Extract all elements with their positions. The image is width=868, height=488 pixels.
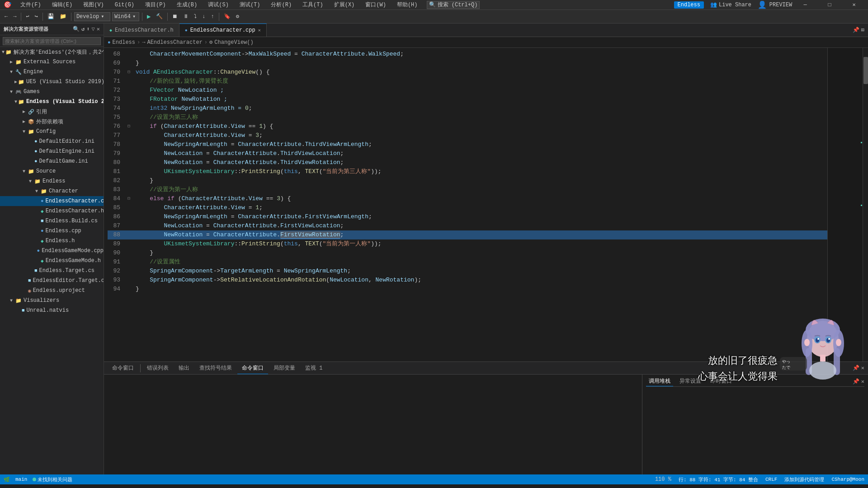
scrollbar-track[interactable]: [863, 48, 868, 361]
tab-watch[interactable]: 监视 1: [301, 362, 327, 374]
fold-button[interactable]: ⊟: [126, 194, 132, 203]
tree-item-uproject[interactable]: ◉ Endless.uproject: [0, 286, 104, 296]
tree-item-build-cs[interactable]: ■ Endless.Build.cs: [0, 216, 104, 226]
preview-button[interactable]: PREVIEW: [770, 0, 791, 10]
tree-item-visualizers[interactable]: ▼ 📁 Visualizers: [0, 296, 104, 305]
menu-extensions[interactable]: 扩展(X): [332, 0, 357, 9]
tree-item-endless-h[interactable]: ◆ Endless.h: [0, 236, 104, 246]
menu-test[interactable]: 测试(T): [238, 0, 262, 9]
tree-item-endless-project[interactable]: ▼ 📁 Endless (Visual Studio 2019): [0, 97, 104, 107]
close-button[interactable]: ✕: [844, 0, 864, 10]
tree-item-ext-deps[interactable]: ▶ 📦 外部依赖项: [0, 117, 104, 127]
br-tab-immediate[interactable]: 即时窗口: [708, 376, 735, 386]
menu-git[interactable]: Git(G): [113, 1, 136, 9]
step-out-button[interactable]: ↑: [209, 12, 216, 22]
tree-item-ue5[interactable]: ▶ 📁 UE5 (Visual Studio 2019): [0, 77, 104, 87]
maximize-button[interactable]: □: [819, 0, 840, 10]
menu-view[interactable]: 视图(V): [81, 0, 106, 9]
stop-button[interactable]: ⏹: [170, 12, 179, 22]
tree-item-endless-cpp[interactable]: ● Endless.cpp: [0, 226, 104, 236]
profile-icon[interactable]: 👤: [758, 0, 767, 9]
search-bar[interactable]: 🔍 搜索 (Ctrl+Q): [427, 1, 480, 9]
menu-edit[interactable]: 编辑(E): [50, 0, 75, 9]
menu-help[interactable]: 帮助(H): [395, 0, 420, 9]
tab-endless-char-cpp[interactable]: ● EndlessCharacter.cpp ✕: [179, 23, 267, 37]
search-icon-sidebar[interactable]: 🔍: [73, 26, 80, 33]
bookmark-button[interactable]: 🔖: [222, 12, 232, 22]
sync-icon[interactable]: ↺: [81, 26, 85, 33]
tree-item-source[interactable]: ▼ 📁 Source: [0, 166, 104, 176]
breadcrumb-part-3[interactable]: ChangeView(): [214, 39, 253, 46]
undo-button[interactable]: ↩: [24, 12, 31, 22]
pause-button[interactable]: ⏸: [181, 12, 190, 22]
sidebar-search-input[interactable]: [3, 37, 101, 45]
menu-build[interactable]: 生成(B): [175, 0, 199, 9]
fold-button[interactable]: ⊟: [126, 68, 132, 77]
add-to-source[interactable]: 添加到源代码管理: [784, 476, 824, 483]
tree-item-character-folder[interactable]: ▼ 📁 Character: [0, 186, 104, 196]
tree-item-endless-folder[interactable]: ▼ 📁 Endless: [0, 176, 104, 186]
br-tab-callstack[interactable]: 调用堆栈: [646, 376, 673, 386]
scrollbar-thumb[interactable]: [863, 57, 868, 84]
tree-item-solution[interactable]: ▼ 📁 解决方案'Endless'(2个项目，共2个): [0, 47, 104, 57]
live-share-button[interactable]: 👥 Live Share: [708, 0, 754, 9]
tab-close-button[interactable]: ✕: [258, 28, 261, 33]
save-button[interactable]: 💾: [46, 12, 56, 22]
tree-item-target-cs[interactable]: ■ Endless.Target.cs: [0, 266, 104, 276]
tree-item-editor-target-cs[interactable]: ■ EndlessEditor.Target.cs: [0, 276, 104, 286]
right-panel-close-icon[interactable]: ✕: [861, 378, 864, 385]
tree-item-game-mode-h[interactable]: ◆ EndlessGameMode.h: [0, 256, 104, 266]
menu-tools[interactable]: 工具(T): [301, 0, 325, 9]
code-content[interactable]: 68 CharacterMovementComponent->MaxWalkSp…: [104, 48, 827, 361]
back-button[interactable]: ←: [3, 12, 9, 22]
br-tab-exceptions[interactable]: 异常设置: [677, 376, 704, 386]
tree-item-game-mode-cpp[interactable]: ● EndlessGameMode.cpp: [0, 246, 104, 256]
menu-project[interactable]: 项目(P): [143, 0, 168, 9]
develop-dropdown[interactable]: Develop ▾: [74, 12, 110, 21]
right-panel-pin-icon[interactable]: 📌: [853, 378, 859, 385]
fold-button[interactable]: ⊟: [126, 122, 132, 131]
minimize-button[interactable]: ─: [795, 0, 816, 10]
tab-endless-char-h[interactable]: ◆ EndlessCharacter.h: [104, 23, 179, 37]
tab-locals[interactable]: 局部变量: [269, 362, 300, 374]
bottom-panel-pin-icon[interactable]: 📌: [853, 365, 859, 371]
menu-debug[interactable]: 调试(S): [206, 0, 231, 9]
forward-button[interactable]: →: [11, 12, 18, 22]
tree-item-default-engine-ini[interactable]: ● DefaultEngine.ini: [0, 146, 104, 156]
tree-item-external-sources[interactable]: ▶ 📁 External Sources: [0, 57, 104, 67]
breadcrumb-part-2[interactable]: AEndlessCharacter: [147, 39, 202, 46]
redo-button[interactable]: ↪: [33, 12, 40, 22]
menu-window[interactable]: 窗口(W): [363, 0, 388, 9]
platform-dropdown[interactable]: Win64 ▾: [112, 12, 139, 21]
tree-item-games[interactable]: ▼ 🎮 Games: [0, 87, 104, 97]
tree-item-config[interactable]: ▼ 📁 Config: [0, 127, 104, 136]
split-icon[interactable]: ⊞: [861, 27, 864, 33]
tree-item-default-game-ini[interactable]: ● DefaultGame.ini: [0, 156, 104, 166]
bottom-panel-close-icon[interactable]: ✕: [861, 365, 864, 371]
breadcrumb-part-1[interactable]: Endless: [113, 39, 135, 46]
close-panel-icon[interactable]: ✕: [97, 26, 100, 33]
save-all-button[interactable]: 📁: [58, 12, 68, 22]
tree-item-references[interactable]: ▶ 🔗 引用: [0, 107, 104, 117]
build-button[interactable]: 🔨: [154, 12, 165, 22]
tree-item-default-editor-ini[interactable]: ● DefaultEditor.ini: [0, 136, 104, 146]
menu-analyze[interactable]: 分析(R): [269, 0, 293, 9]
tab-cmd-window-2[interactable]: 命令窗口: [237, 362, 268, 374]
play-button[interactable]: ▶: [145, 12, 152, 22]
zoom-level[interactable]: 110 %: [655, 476, 671, 483]
tab-output[interactable]: 输出: [174, 362, 194, 374]
pin-icon[interactable]: 📌: [853, 27, 859, 33]
step-into-button[interactable]: ↓: [200, 12, 207, 22]
tree-item-endless-char-cpp[interactable]: ● EndlessCharacter.cpp: [0, 196, 104, 206]
error-indicator[interactable]: 未找到相关问题: [33, 476, 72, 483]
tab-error-list[interactable]: 错误列表: [142, 362, 173, 374]
settings-button[interactable]: ⚙: [234, 12, 241, 22]
tab-find-symbols[interactable]: 查找符号结果: [195, 362, 236, 374]
tab-command-window[interactable]: 命令窗口: [108, 362, 138, 374]
encoding[interactable]: CRLF: [765, 477, 777, 482]
step-over-button[interactable]: ⤵: [192, 12, 198, 22]
tree-item-endless-char-h[interactable]: ◆ EndlessCharacter.h: [0, 206, 104, 216]
filter-icon[interactable]: ▽: [92, 26, 95, 33]
menu-file[interactable]: 文件(F): [19, 0, 43, 9]
tree-item-natvis[interactable]: ■ Unreal.natvis: [0, 305, 104, 315]
